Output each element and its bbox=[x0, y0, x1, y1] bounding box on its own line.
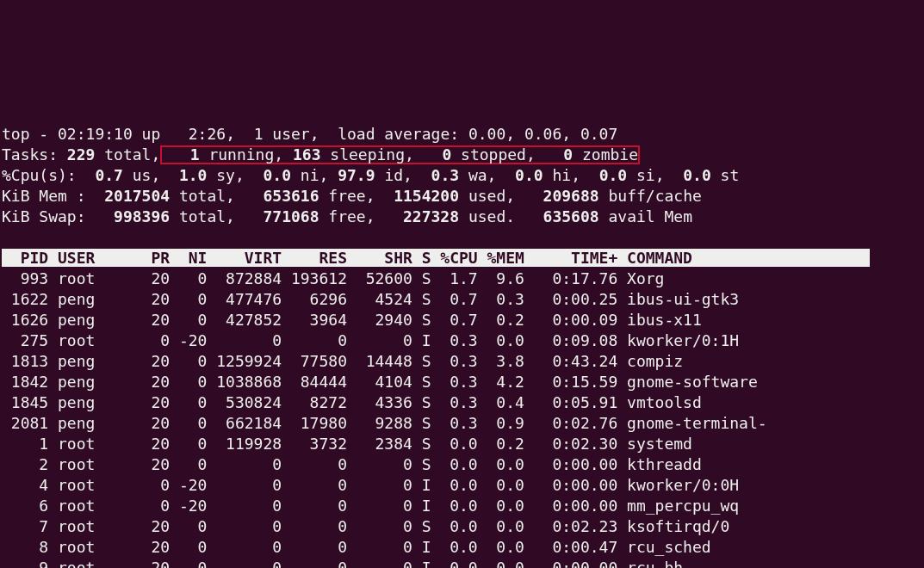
process-rows: 993 root 20 0 872884 193612 52600 S 1.7 … bbox=[2, 269, 767, 568]
highlight-box: 1 running, 163 sleeping, 0 stopped, 0 zo… bbox=[160, 145, 640, 164]
terminal-output: top - 02:19:10 up 2:26, 1 user, load ave… bbox=[0, 103, 924, 568]
column-header: PID USER PR NI VIRT RES SHR S %CPU %MEM … bbox=[2, 249, 870, 267]
summary-line-1: top - 02:19:10 up 2:26, 1 user, load ave… bbox=[2, 125, 617, 143]
summary-swap: KiB Swap: 998396 total, 771068 free, 227… bbox=[2, 207, 702, 225]
summary-tasks: Tasks: 229 total, 1 running, 163 sleepin… bbox=[2, 145, 640, 164]
summary-cpu: %Cpu(s): 0.7 us, 1.0 sy, 0.0 ni, 97.9 id… bbox=[2, 166, 739, 184]
summary-mem: KiB Mem : 2017504 total, 653616 free, 11… bbox=[2, 187, 702, 205]
